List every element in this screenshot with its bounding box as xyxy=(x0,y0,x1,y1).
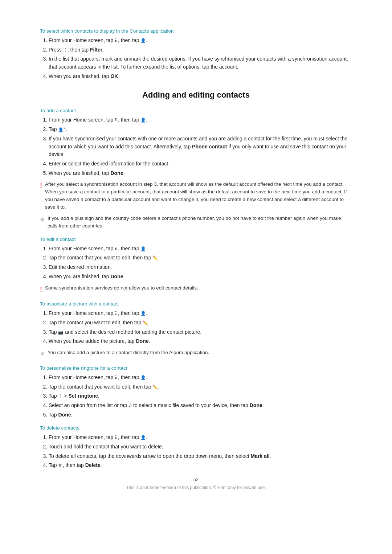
person-icon: 👤 xyxy=(140,374,146,381)
list-item: When you have added the picture, tap Don… xyxy=(49,337,352,345)
list-item: If you have synchronised your contacts w… xyxy=(49,135,352,159)
list-item: Tap 📷 and select the desired method for … xyxy=(49,328,352,336)
list-item: Enter or select the desired information … xyxy=(49,160,352,168)
trash-icon: 🗑 xyxy=(58,462,62,469)
edit-contact-heading: To edit a contact xyxy=(40,237,352,242)
person-icon: 👤 xyxy=(140,37,146,44)
grid-icon: ⠿ xyxy=(115,310,118,317)
page-number: 52 xyxy=(40,477,352,482)
top-section-heading: To select which contacts to display in t… xyxy=(40,28,352,34)
associate-picture-steps: From your Home screen, tap ⠿, then tap 👤… xyxy=(40,309,352,345)
tip-icon: ✳ xyxy=(40,216,45,225)
list-item: When you are finished, tap Done. xyxy=(49,273,352,281)
list-item: To delete all contacts, tap the downward… xyxy=(49,452,352,460)
edit-icon: ✏️ xyxy=(152,384,158,391)
personalise-ringtone-heading: To personalise the ringtone for a contac… xyxy=(40,365,352,371)
list-item: From your Home screen, tap ⠿, then tap 👤… xyxy=(49,116,352,124)
list-item: When you are finished, tap OK. xyxy=(49,73,352,81)
list-item: In the list that appears, mark and unmar… xyxy=(49,55,352,71)
list-item: From your Home screen, tap ⠿, then tap 👤… xyxy=(49,37,352,45)
note-text: Some synchronisation services do not all… xyxy=(45,284,198,292)
person-icon: 👤 xyxy=(140,310,146,317)
edit-icon: ✏️ xyxy=(143,320,148,327)
list-item: Tap Done. xyxy=(49,411,352,419)
add-contact-note: ! After you select a synchronisation acc… xyxy=(40,181,352,211)
grid-icon: ⠿ xyxy=(115,117,118,124)
person-add-icon: 👤+ xyxy=(58,126,65,134)
list-item: Tap the contact that you want to edit, t… xyxy=(49,254,352,262)
personalise-ringtone-steps: From your Home screen, tap ⠿, then tap 👤… xyxy=(40,374,352,419)
list-item: Tap the contact you want to edit, then t… xyxy=(49,319,352,327)
list-item: Tap 🗑, then tap Delete. xyxy=(49,461,352,469)
main-heading: Adding and editing contacts xyxy=(40,90,352,100)
grid-icon: ⠿ xyxy=(115,434,118,441)
top-section: To select which contacts to display in t… xyxy=(40,28,352,80)
footer-note: This is an Internet version of this publ… xyxy=(40,485,352,490)
list-item: Select an option from the list or tap ♫ … xyxy=(49,402,352,410)
edit-contact-note: ! Some synchronisation services do not a… xyxy=(40,284,352,295)
list-item: Tap ⋮ > Set ringtone. xyxy=(49,392,352,400)
camera-icon: 📷 xyxy=(58,329,64,336)
list-item: Touch and hold the contact that you want… xyxy=(49,443,352,451)
list-item: From your Home screen, tap ⠿, then tap 👤… xyxy=(49,434,352,442)
add-contact-heading: To add a contact xyxy=(40,108,352,113)
delete-contacts-section: To delete contacts From your Home screen… xyxy=(40,425,352,469)
list-item: Edit the desired information. xyxy=(49,263,352,271)
delete-contacts-steps: From your Home screen, tap ⠿, then tap 👤… xyxy=(40,434,352,469)
list-item: Tap the contact that you want to edit, t… xyxy=(49,383,352,391)
exclamation-icon: ! xyxy=(40,285,42,295)
list-item: From your Home screen, tap ⠿, then tap 👤… xyxy=(49,245,352,253)
page-content: To select which contacts to display in t… xyxy=(40,0,352,519)
top-section-steps: From your Home screen, tap ⠿, then tap 👤… xyxy=(40,37,352,80)
menu-icon: ⋮ xyxy=(63,47,68,54)
personalise-ringtone-section: To personalise the ringtone for a contac… xyxy=(40,365,352,419)
person-icon: 👤 xyxy=(140,117,146,124)
list-item: From your Home screen, tap ⠿, then tap 👤… xyxy=(49,374,352,382)
delete-contacts-heading: To delete contacts xyxy=(40,425,352,431)
list-item: Tap 👤+. xyxy=(49,126,352,134)
tip-icon: ✳ xyxy=(40,350,45,359)
person-icon: 👤 xyxy=(140,434,146,441)
exclamation-icon: ! xyxy=(40,181,42,191)
tip-text: You can also add a picture to a contact … xyxy=(48,349,209,357)
tip-text: If you add a plus sign and the country c… xyxy=(48,215,352,230)
note-text: After you select a synchronisation accou… xyxy=(45,181,352,211)
associate-picture-heading: To associate a picture with a contact xyxy=(40,301,352,307)
list-item: When you are finished, tap Done. xyxy=(49,169,352,177)
person-icon: 👤 xyxy=(140,246,146,253)
add-contact-tip: ✳ If you add a plus sign and the country… xyxy=(40,215,352,230)
edit-icon: ✏️ xyxy=(152,255,158,262)
add-contact-steps: From your Home screen, tap ⠿, then tap 👤… xyxy=(40,116,352,177)
associate-picture-tip: ✳ You can also add a picture to a contac… xyxy=(40,349,352,359)
edit-contact-section: To edit a contact From your Home screen,… xyxy=(40,237,352,295)
edit-contact-steps: From your Home screen, tap ⠿, then tap 👤… xyxy=(40,245,352,281)
add-contact-section: To add a contact From your Home screen, … xyxy=(40,108,352,230)
music-icon: ♫ xyxy=(128,402,132,409)
menu-dots-icon: ⋮ xyxy=(58,393,62,400)
list-item: Press ⋮, then tap Filter. xyxy=(49,46,352,54)
associate-picture-section: To associate a picture with a contact Fr… xyxy=(40,301,352,359)
grid-icon: ⠿ xyxy=(115,246,118,253)
grid-icon: ⠿ xyxy=(115,37,118,44)
grid-icon: ⠿ xyxy=(115,374,118,381)
list-item: From your Home screen, tap ⠿, then tap 👤… xyxy=(49,309,352,317)
